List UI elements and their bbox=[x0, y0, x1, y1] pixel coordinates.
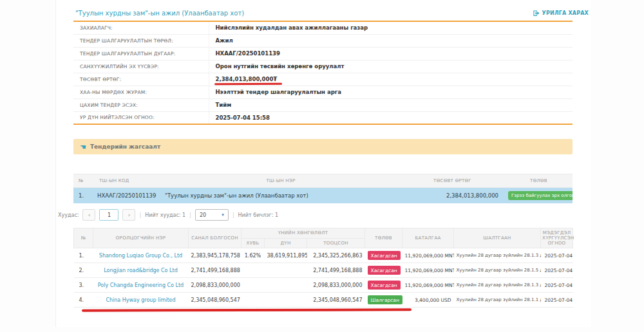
tender-name: "Туулын хурдны зам"-ын ажил (Улаанбаатар… bbox=[162, 188, 400, 204]
detail-label: ТӨСӨВТ ӨРТӨГ: bbox=[73, 73, 209, 86]
detail-label: УР ДҮН НИЙТЭЛСЭН ОГНОО: bbox=[73, 111, 209, 124]
discount-percent: 1.62% bbox=[242, 248, 265, 263]
discount-amount: 38,619,911,895 bbox=[265, 248, 307, 263]
detail-row: ЗАХИАЛАГЧ: Нийслэлийн худалдан авах ажил… bbox=[73, 21, 573, 34]
guarantee-amount: 11,920,069,000 MNT bbox=[402, 263, 454, 278]
rejection-reason: Хуулийн 28 дугаар зүйлийн 28.1.3 дахь за… bbox=[454, 248, 541, 263]
header-bar: "Туулын хурдны зам"-ын ажил (Улаанбаатар… bbox=[56, 5, 591, 21]
offered-price: 2,345,048,960,547 bbox=[189, 293, 242, 308]
detail-row: САНХҮҮЖИЛТИЙН ЭХ ҮҮСВЭР: Орон нутгийн тө… bbox=[73, 60, 573, 73]
col-header-amount: ДҮН bbox=[265, 238, 307, 248]
tender-row-no: 1. bbox=[73, 188, 94, 204]
discount-amount bbox=[265, 278, 307, 293]
status-badge: Хасагдсан bbox=[368, 266, 401, 275]
red-underline-annotation bbox=[214, 82, 281, 84]
col-header-guarantee: БАТАЛГАА bbox=[402, 228, 454, 248]
detail-row: ТЕНДЕР ШАЛГАРУУЛАЛТЫН ДУГААР: НХААГ/2025… bbox=[73, 47, 573, 60]
col-header-status: ТӨЛӨВ bbox=[365, 228, 402, 248]
detail-row: ТӨСӨВТ ӨРТӨГ: 2,384,013,800,000₮ bbox=[73, 73, 573, 86]
section-title: Тендерийн жагсаалт bbox=[90, 143, 160, 150]
status-badge: Хасагдсан bbox=[368, 281, 401, 290]
next-page-button[interactable]: › bbox=[122, 209, 135, 221]
offered-price: 2,741,499,168,888 bbox=[189, 263, 242, 278]
discount-percent bbox=[242, 278, 265, 293]
col-header-calculated: ТООЦСОН bbox=[307, 238, 365, 248]
discount-amount bbox=[265, 263, 307, 278]
participant-name-link[interactable]: China Hyway group limited bbox=[106, 297, 175, 303]
content-card: "Туулын хурдны зам"-ын ажил (Улаанбаатар… bbox=[55, 0, 591, 327]
notice-date: 2025-07-04 bbox=[541, 278, 573, 293]
notice-date: 2025-07-04 bbox=[541, 293, 573, 308]
detail-row: ХАА-НЫ МӨРДӨХ ЖУРАМ: Нээлттэй тендер шал… bbox=[73, 86, 573, 98]
calculated-price: 2,741,499,168,888 bbox=[307, 263, 365, 278]
separator: | bbox=[232, 212, 234, 218]
participant-name-link[interactable]: Poly Changda Engineering Co Ltd bbox=[98, 282, 184, 288]
pagination: Хуудас: ‹ 1 › | Нийт хуудас: 1 | 20 ▾ | … bbox=[58, 208, 591, 222]
guarantee-amount: 11,920,069,000 MNT bbox=[402, 278, 454, 293]
current-page-input[interactable]: 1 bbox=[99, 209, 118, 221]
tender-row[interactable]: 1. НХААГ/20250101139 "Туулын хурдны зам"… bbox=[73, 188, 573, 204]
col-header-discount-group: ҮНИЙН ХӨНГӨЛӨЛТ bbox=[242, 228, 365, 239]
view-invitation-link[interactable]: УРИЛГА ХАРАХ bbox=[533, 10, 589, 17]
participants-table: № ОРОЛЦОГЧИЙН НЭР САНАЛ БОЛГОСОН ҮНИЙН Х… bbox=[73, 228, 573, 308]
calculated-price: 2,098,833,000,000 bbox=[307, 278, 365, 293]
participants-header-row-1: № ОРОЛЦОГЧИЙН НЭР САНАЛ БОЛГОСОН ҮНИЙН Х… bbox=[74, 228, 573, 239]
page-label: Хуудас: bbox=[58, 212, 79, 218]
col-header-notice-date: МЭДЭГДЭЛ ХҮРГҮҮЛСЭН ОГНОО bbox=[541, 228, 573, 248]
participant-no: 1. bbox=[74, 248, 93, 263]
col-header-no: № bbox=[73, 174, 94, 188]
guarantee-amount: 3,400,000 USD bbox=[402, 293, 454, 308]
detail-label: САНХҮҮЖИЛТИЙН ЭХ ҮҮСВЭР: bbox=[73, 60, 209, 73]
detail-row: УР ДҮН НИЙТЭЛСЭН ОГНОО: 2025-07-04 15:58 bbox=[73, 111, 573, 124]
participant-name-link[interactable]: Shandong Luqiao Group Co., Ltd bbox=[99, 253, 182, 259]
col-header-code: ТШ-ЫН КОД bbox=[94, 174, 162, 188]
detail-value: Нээлттэй тендер шалгаруулалтын арга bbox=[209, 86, 573, 98]
page-size-select[interactable]: 20 ▾ bbox=[195, 209, 229, 221]
prev-page-button[interactable]: ‹ bbox=[82, 209, 95, 221]
detail-value: Нийслэлийн худалдан авах ажиллагааны газ… bbox=[209, 21, 573, 34]
participant-row: 2. Longjian road&bridge Co Ltd 2,741,499… bbox=[74, 263, 573, 278]
total-records-label: Нийт бичлэг: 1 bbox=[238, 212, 279, 218]
notice-date: 2025-07-04 bbox=[541, 263, 573, 278]
col-header-reason: ШАЛТГААН bbox=[454, 228, 541, 248]
separator: | bbox=[139, 212, 141, 218]
discount-amount bbox=[265, 293, 307, 308]
caret-down-icon: ▾ bbox=[222, 212, 224, 217]
participant-row: 4. China Hyway group limited 2,345,048,9… bbox=[74, 293, 573, 308]
participant-no: 2. bbox=[74, 263, 93, 278]
col-header-participant-name: ОРОЛЦОГЧИЙН НЭР bbox=[93, 228, 189, 248]
red-underline-annotation bbox=[82, 308, 412, 311]
offered-price: 2,383,945,178,758 bbox=[189, 248, 242, 263]
participant-row: 1. Shandong Luqiao Group Co., Ltd 2,383,… bbox=[74, 248, 573, 263]
calculated-price: 2,345,325,266,863 bbox=[307, 248, 365, 263]
status-badge: Хасагдсан bbox=[368, 251, 401, 260]
detail-value: Тийм bbox=[209, 98, 573, 111]
col-header-offered: САНАЛ БОЛГОСОН bbox=[189, 228, 242, 248]
col-header-percent: ХУВЬ bbox=[242, 238, 265, 248]
status-badge: Шалгарсан bbox=[368, 295, 402, 304]
discount-percent bbox=[242, 293, 265, 308]
rejection-reason: Хуулийн 28 дугаар зүйлийн 28.1.3 дахь за… bbox=[454, 278, 541, 293]
participant-no: 3. bbox=[74, 278, 93, 293]
detail-value: 2,384,013,800,000₮ bbox=[209, 73, 573, 86]
section-header-tender-list: ☚ Тендерийн жагсаалт bbox=[73, 139, 573, 154]
pointing-hand-icon: ☚ bbox=[80, 143, 86, 151]
participant-row: 3. Poly Changda Engineering Co Ltd 2,098… bbox=[74, 278, 573, 293]
tender-details-table: ЗАХИАЛАГЧ: Нийслэлийн худалдан авах ажил… bbox=[73, 21, 573, 125]
detail-label: ТЕНДЕР ШАЛГАРУУЛАЛТЫН ТӨРӨЛ: bbox=[73, 34, 209, 47]
detail-label: ЦАХИМ ТЕНДЕР ЭСЭХ: bbox=[73, 98, 209, 111]
participant-name-link[interactable]: Longjian road&bridge Co Ltd bbox=[104, 268, 177, 273]
contract-awarded-badge[interactable]: Гэрээ байгуулах эрх олгогдсон bbox=[508, 191, 573, 200]
detail-row: ТЕНДЕР ШАЛГАРУУЛАЛТЫН ТӨРӨЛ: Ажил bbox=[73, 34, 573, 47]
offered-price: 2,098,833,000,000 bbox=[189, 278, 242, 293]
detail-label: ЗАХИАЛАГЧ: bbox=[73, 21, 209, 34]
detail-value: Орон нутгийн төсвийн хөрөнгө оруулалт bbox=[209, 60, 573, 73]
rejection-reason: Хуулийн 28 дугаар зүйлийн 28.1.1 дэх заа… bbox=[454, 293, 541, 308]
budget-value: 2,384,013,800,000₮ bbox=[216, 76, 278, 82]
detail-value: НХААГ/20250101139 bbox=[209, 47, 573, 60]
view-invitation-label: УРИЛГА ХАРАХ bbox=[542, 10, 589, 16]
tender-budget: 2,384,013,800,000 bbox=[400, 188, 505, 204]
col-header-budget: ТӨСӨВТ ӨРТӨГ bbox=[400, 174, 505, 188]
detail-label: ХАА-НЫ МӨРДӨХ ЖУРАМ: bbox=[73, 86, 209, 98]
participant-no: 4. bbox=[74, 293, 93, 308]
